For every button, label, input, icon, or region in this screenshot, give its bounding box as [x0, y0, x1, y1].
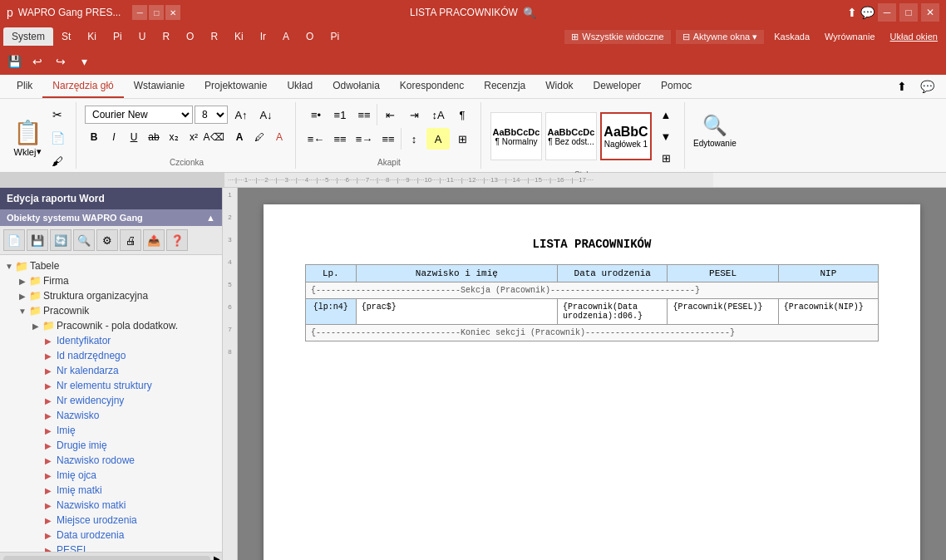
style-no-spacing[interactable]: AaBbCcDc ¶ Bez odst... — [545, 112, 597, 160]
decrease-indent-btn[interactable]: ⇤ — [378, 104, 402, 125]
minimize-icon[interactable]: ─ — [878, 3, 896, 22]
tree-item-nr-kalendarza[interactable]: ▶ Nr kalendarza — [0, 363, 222, 378]
ribbon-tab-deweloper[interactable]: Deweloper — [584, 75, 651, 98]
clear-format-button[interactable]: A⌫ — [204, 128, 223, 146]
superscript-button[interactable]: x² — [185, 128, 203, 146]
tree-item-imie-ojca[interactable]: ▶ Imię ojca — [0, 468, 222, 483]
shading-btn[interactable]: A — [426, 128, 450, 150]
ribbon-tab-uklad[interactable]: Układ — [277, 75, 323, 98]
document-area[interactable]: LISTA PRACOWNIKÓW Lp. Nazwisko i imię Da… — [238, 188, 946, 560]
tree-item-pola[interactable]: ▶ 📁 Pracownik - pola dodatkow. — [0, 318, 222, 333]
save-button[interactable]: 💾 — [3, 51, 25, 72]
all-windows-btn[interactable]: ⊞ Obiekty systemu WAPRO Gang Wszystkie w… — [564, 30, 670, 44]
panel-save-btn[interactable]: 💾 — [27, 229, 48, 251]
restore-icon[interactable]: □ — [899, 3, 918, 22]
copy-button[interactable]: 📄 — [46, 127, 69, 149]
panel-hscroll[interactable]: ▶ — [0, 552, 222, 560]
ribbon-tab-korespondencja[interactable]: Korespondenc — [390, 75, 474, 98]
panel-search-btn[interactable]: 🔍 — [73, 229, 95, 251]
tab-ki2[interactable]: Ki — [226, 27, 252, 46]
italic-button[interactable]: I — [105, 128, 123, 146]
show-marks-btn[interactable]: ¶ — [451, 104, 474, 125]
multilevel-list-btn[interactable]: ≡≡ — [352, 104, 376, 125]
tree-item-pesel[interactable]: ▶ PESEL — [0, 543, 222, 552]
tree-item-nr-elementu[interactable]: ▶ Nr elementu struktury — [0, 378, 222, 393]
bold-button[interactable]: B — [85, 128, 103, 146]
active-windows-btn[interactable]: ⊟ Aktywne okna ▾ — [676, 30, 765, 44]
tree-item-imie-matki[interactable]: ▶ Imię matki — [0, 483, 222, 498]
tab-ki[interactable]: Ki — [79, 27, 105, 46]
tree-item-firma[interactable]: ▶ 📁 Firma — [0, 273, 222, 288]
tree-item-imie[interactable]: ▶ Imię — [0, 423, 222, 438]
ribbon-expand-icon[interactable]: ⬆ — [892, 78, 912, 95]
paste-button[interactable]: 📋 Wklej ▾ — [13, 119, 42, 157]
highlight-btn[interactable]: 🖊 — [250, 128, 269, 146]
border-btn[interactable]: ⊞ — [451, 128, 474, 150]
tree-item-nazwisko[interactable]: ▶ Nazwisko — [0, 408, 222, 423]
line-spacing-btn[interactable]: ↕ — [402, 128, 426, 150]
decrease-font-btn[interactable]: A↓ — [254, 104, 278, 125]
ribbon-comment-icon[interactable]: 💬 — [915, 78, 939, 95]
panel-scroll-up[interactable]: ▲ — [206, 213, 215, 223]
tree-item-struktura[interactable]: ▶ 📁 Struktura organizacyjna — [0, 288, 222, 303]
tree-item-drugie-imie[interactable]: ▶ Drugie imię — [0, 438, 222, 453]
redo-button[interactable]: ↪ — [50, 51, 71, 72]
tree-item-nazwisko-rodowe[interactable]: ▶ Nazwisko rodowe — [0, 453, 222, 468]
justify-btn[interactable]: ≡≡ — [377, 128, 400, 150]
panel-print-btn[interactable]: 🖨 — [120, 229, 141, 251]
bullet-list-btn[interactable]: ≡• — [304, 104, 328, 125]
window-btn-close[interactable]: ✕ — [165, 5, 180, 20]
style-normal[interactable]: AaBbCcDc ¶ Normalny — [490, 112, 542, 160]
format-painter-button[interactable]: 🖌 — [46, 150, 69, 172]
panel-refresh-btn[interactable]: 🔄 — [50, 229, 71, 251]
close-icon[interactable]: ✕ — [921, 3, 939, 22]
panel-config-btn[interactable]: ⚙ — [96, 229, 118, 251]
tab-a[interactable]: A — [274, 27, 298, 46]
undo-button[interactable]: ↩ — [27, 51, 48, 72]
panel-scroll-right[interactable]: ▶ — [214, 554, 220, 560]
sort-btn[interactable]: ↕A — [426, 104, 450, 125]
font-color2-btn[interactable]: A — [270, 128, 288, 146]
window-btn-min[interactable]: ─ — [132, 5, 147, 20]
tree-item-miejsce-urodzenia[interactable]: ▶ Miejsce urodzenia — [0, 513, 222, 528]
increase-font-btn[interactable]: A↑ — [229, 104, 253, 125]
styles-scroll-down-btn[interactable]: ▼ — [654, 125, 677, 147]
ribbon-tab-plik[interactable]: Plik — [7, 75, 42, 98]
kaskada-btn[interactable]: Kaskada — [769, 30, 815, 43]
panel-new-btn[interactable]: 📄 — [3, 229, 25, 251]
font-name-selector[interactable]: Courier New — [85, 106, 193, 124]
ribbon-tab-odwolania[interactable]: Odwołania — [323, 75, 390, 98]
panel-help-btn[interactable]: ❓ — [166, 229, 188, 251]
styles-expand-btn[interactable]: ⊞ — [654, 147, 677, 169]
tree-item-id-nadrz[interactable]: ▶ Id nadrzędnego — [0, 348, 222, 363]
tab-r2[interactable]: R — [202, 27, 226, 46]
tree-item-nr-ewidencyjny[interactable]: ▶ Nr ewidencyjny — [0, 393, 222, 408]
increase-indent-btn[interactable]: ⇥ — [402, 104, 426, 125]
tree-item-identyfikator[interactable]: ▶ Identyfikator — [0, 333, 222, 348]
wyrownanie-btn[interactable]: Wyrównanie — [820, 30, 879, 43]
underline-button[interactable]: U — [125, 128, 143, 146]
tree-item-nazwisko-matki[interactable]: ▶ Nazwisko matki — [0, 498, 222, 513]
style-heading1[interactable]: AaBbC Nagłówek 1 — [600, 112, 652, 160]
tab-r[interactable]: R — [154, 27, 178, 46]
ribbon-tab-narzedzia[interactable]: Narzędzia głó — [42, 75, 123, 98]
align-right-btn[interactable]: ≡→ — [352, 128, 376, 150]
tab-st[interactable]: St — [53, 27, 79, 46]
ribbon-tab-widok[interactable]: Widok — [535, 75, 583, 98]
strikethrough-button[interactable]: ab — [145, 128, 163, 146]
tree-item-data-urodzenia[interactable]: ▶ Data urodzenia — [0, 528, 222, 543]
align-left-btn[interactable]: ≡← — [304, 128, 328, 150]
window-btn-max[interactable]: □ — [149, 5, 164, 20]
comment-icon[interactable]: 💬 — [860, 6, 875, 19]
search-icon[interactable]: 🔍 — [523, 7, 536, 19]
tab-pi2[interactable]: Pi — [322, 27, 347, 46]
ribbon-tab-projektowanie[interactable]: Projektowanie — [195, 75, 277, 98]
tab-u[interactable]: U — [131, 27, 155, 46]
tab-system[interactable]: System — [3, 27, 53, 46]
numbered-list-btn[interactable]: ≡1 — [328, 104, 352, 125]
ribbon-tab-pomoc[interactable]: Pomoc — [651, 75, 702, 98]
subscript-button[interactable]: x₂ — [165, 128, 183, 146]
font-size-selector[interactable]: 8 — [195, 106, 228, 124]
font-color-btn[interactable]: A — [230, 128, 249, 146]
tree-root-tabele[interactable]: ▼ 📁 Tabele — [0, 258, 222, 273]
